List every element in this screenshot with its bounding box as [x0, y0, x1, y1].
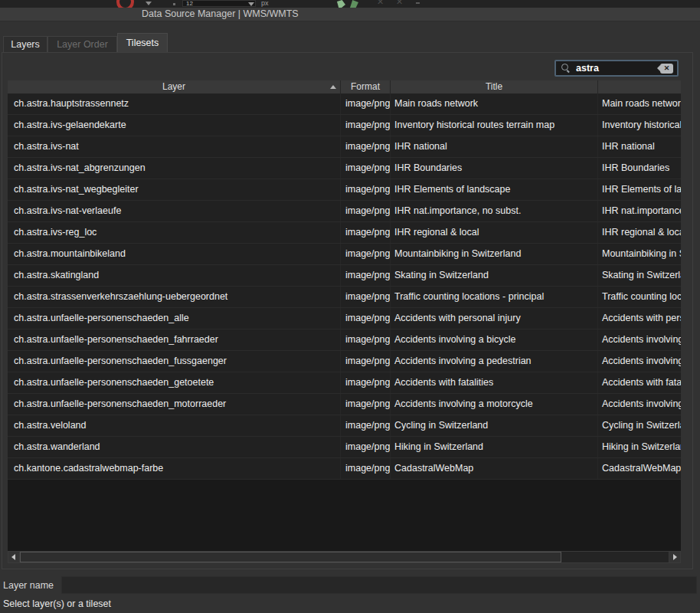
table-row[interactable]: ch.astra.ivs-nat_abgrenzungenimage/pngIH…: [8, 158, 681, 179]
table-row[interactable]: ch.astra.ivs-gelaendekarteimage/pngInven…: [8, 115, 681, 136]
table-body: ch.astra.hauptstrassennetzimage/pngMain …: [8, 93, 681, 551]
cell-abstract: IHR Elements of landscape: [598, 179, 681, 200]
cell-abstract: IHR national: [598, 136, 681, 157]
toolbar-dot-icon: [173, 3, 175, 5]
table-row[interactable]: ch.astra.ivs-reg_locimage/pngIHR regiona…: [8, 222, 681, 244]
font-size-field[interactable]: 12: [182, 0, 256, 7]
cell-layer: ch.astra.skatingland: [8, 265, 341, 286]
chevron-down-icon[interactable]: [146, 2, 152, 5]
cell-title: Traffic counting locations - principal: [391, 287, 598, 307]
sort-ascending-icon: [330, 85, 336, 89]
scroll-left-button[interactable]: [8, 552, 20, 562]
cell-layer: ch.astra.ivs-nat-verlaeufe: [8, 201, 341, 221]
horizontal-scrollbar-thumb[interactable]: [20, 552, 561, 562]
clear-search-icon[interactable]: ✕: [660, 64, 673, 74]
cell-layer: ch.astra.wanderland: [8, 437, 341, 457]
font-size-dropdown-icon[interactable]: [248, 2, 254, 6]
table-row[interactable]: ch.astra.wanderlandimage/pngHiking in Sw…: [8, 437, 681, 458]
cell-title: Hiking in Switzerland: [391, 437, 598, 457]
table-row[interactable]: ch.astra.unfaelle-personenschaeden_allei…: [8, 308, 681, 329]
table-row[interactable]: ch.astra.unfaelle-personenschaeden_fussg…: [8, 351, 681, 372]
font-size-value: 12: [186, 0, 193, 7]
cell-abstract: Cycling in Switzerland: [598, 415, 681, 436]
cell-layer: ch.astra.ivs-nat_abgrenzungen: [8, 158, 341, 179]
cell-abstract: IHR Boundaries: [598, 158, 681, 179]
cell-title: Accidents involving a pedestrian: [391, 351, 598, 372]
node-tool-icon[interactable]: ✕: [377, 0, 384, 6]
cell-layer: ch.astra.unfaelle-personenschaeden_fahrr…: [8, 329, 341, 350]
cell-format: image/png: [341, 222, 391, 243]
vector-green-icon-2[interactable]: [350, 0, 358, 8]
table-row[interactable]: ch.astra.ivs-natimage/pngIHR nationalIHR…: [8, 136, 681, 158]
cell-title: Accidents with fatalities: [391, 372, 598, 393]
column-header-title[interactable]: Title: [391, 80, 598, 93]
table-row[interactable]: ch.astra.skatinglandimage/pngSkating in …: [8, 265, 681, 287]
horizontal-scrollbar[interactable]: [8, 551, 681, 563]
cell-title: IHR nat.importance, no subst.: [391, 201, 598, 221]
table-row[interactable]: ch.astra.velolandimage/pngCycling in Swi…: [8, 415, 681, 437]
table-header: Layer Format Title: [8, 80, 681, 93]
table-row[interactable]: ch.astra.mountainbikelandimage/pngMounta…: [8, 244, 681, 265]
table-row[interactable]: ch.astra.ivs-nat_wegbegleiterimage/pngIH…: [8, 179, 681, 201]
cell-abstract: Mountainbiking in Switzerland: [598, 244, 681, 264]
cell-abstract: Accidents with fatalities: [598, 372, 681, 393]
cell-layer: ch.astra.ivs-reg_loc: [8, 222, 341, 243]
cell-format: image/png: [341, 115, 391, 136]
cell-title: Skating in Switzerland: [391, 265, 598, 286]
scroll-right-button[interactable]: [669, 552, 680, 562]
cell-title: IHR national: [391, 136, 598, 157]
table-row[interactable]: ch.astra.unfaelle-personenschaeden_getoe…: [8, 372, 681, 394]
table-row[interactable]: ch.astra.ivs-nat-verlaeufeimage/pngIHR n…: [8, 201, 681, 222]
cell-title: Cycling in Switzerland: [391, 415, 598, 436]
node-tool-icon-2[interactable]: ✕: [396, 0, 403, 6]
cell-layer: ch.astra.veloland: [8, 415, 341, 436]
cell-abstract: CadastralWebMap: [598, 458, 681, 479]
record-red-icon[interactable]: [116, 0, 134, 8]
cell-title: Accidents with personal injury: [391, 308, 598, 329]
dialog-title: Data Source Manager | WMS/WMTS: [142, 8, 299, 19]
layer-name-label: Layer name: [3, 580, 54, 591]
layer-name-input[interactable]: [61, 576, 697, 594]
cell-layer: ch.astra.mountainbikeland: [8, 244, 341, 264]
table-row[interactable]: ch.astra.unfaelle-personenschaeden_fahrr…: [8, 329, 681, 351]
cell-title: Inventory historical routes terrain map: [391, 115, 598, 136]
cell-title: Accidents involving a motorcycle: [391, 394, 598, 415]
cell-layer: ch.astra.unfaelle-personenschaeden_getoe…: [8, 372, 341, 393]
cell-format: image/png: [341, 437, 391, 457]
cell-layer: ch.astra.hauptstrassennetz: [8, 93, 341, 114]
vector-green-icon[interactable]: [337, 0, 345, 8]
cell-abstract: Accidents involving a bicycle: [598, 329, 681, 350]
table-row[interactable]: ch.kantone.cadastralwebmap-farbeimage/pn…: [8, 458, 681, 480]
cell-format: image/png: [341, 93, 391, 114]
column-header-layer[interactable]: Layer: [8, 80, 341, 93]
cell-format: image/png: [341, 394, 391, 415]
cell-format: image/png: [341, 329, 391, 350]
table-row[interactable]: ch.astra.unfaelle-personenschaeden_motor…: [8, 394, 681, 415]
cell-abstract: Traffic counting locations - principal: [598, 287, 681, 307]
cell-abstract: Accidents involving a motorcycle: [598, 394, 681, 415]
cell-layer: ch.astra.strassenverkehrszaehlung-ueberg…: [8, 287, 341, 307]
cell-layer: ch.kantone.cadastralwebmap-farbe: [8, 458, 341, 479]
cell-format: image/png: [341, 265, 391, 286]
tab-layers[interactable]: Layers: [3, 36, 47, 52]
toolbar-tick-icon: [416, 2, 420, 4]
tab-tilesets[interactable]: Tilesets: [117, 33, 168, 52]
toolbar-grip-icon: [108, 1, 112, 7]
table-row[interactable]: ch.astra.hauptstrassennetzimage/pngMain …: [8, 93, 681, 115]
background-app-toolbar: 12 px ✕ ✕: [0, 0, 700, 8]
status-text: Select layer(s) or a tileset: [3, 598, 111, 609]
cell-abstract: Inventory historical routes terrain map: [598, 115, 681, 136]
table-row[interactable]: ch.astra.strassenverkehrszaehlung-ueberg…: [8, 287, 681, 308]
cell-format: image/png: [341, 244, 391, 264]
search-box[interactable]: ✕: [554, 60, 679, 77]
cell-title: IHR Boundaries: [391, 158, 598, 179]
column-header-format[interactable]: Format: [341, 80, 391, 93]
cell-abstract: Skating in Switzerland: [598, 265, 681, 286]
cell-layer: ch.astra.ivs-nat: [8, 136, 341, 157]
cell-abstract: IHR nat.importance, no subst.: [598, 201, 681, 221]
cell-abstract: Main roads network: [598, 93, 681, 114]
tab-layer-order[interactable]: Layer Order: [47, 36, 117, 52]
search-input[interactable]: [574, 62, 660, 74]
cell-title: IHR Elements of landscape: [391, 179, 598, 200]
column-header-abstract[interactable]: [598, 80, 681, 93]
